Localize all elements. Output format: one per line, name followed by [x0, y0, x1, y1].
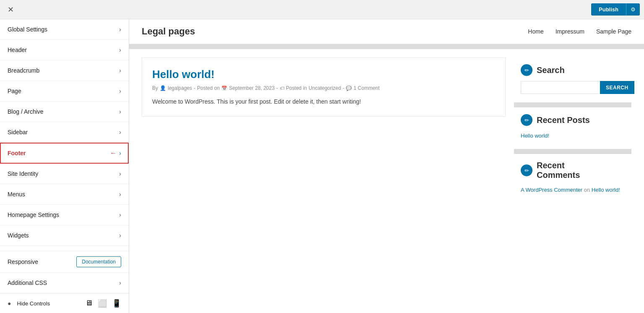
sidebar-item-global-settings[interactable]: Global Settings › [0, 19, 129, 40]
commenter-link[interactable]: A WordPress Commenter [521, 187, 582, 193]
pencil-icon-2: ✏ [525, 117, 529, 123]
chevron-icon: › [119, 170, 121, 177]
desktop-icon[interactable]: 🖥 [85, 299, 93, 308]
meta-comments: 1 Comment [353, 85, 379, 91]
device-icons: 🖥 ⬜ 📱 [85, 299, 121, 308]
sidebar-item-widgets[interactable]: Widgets › [0, 225, 129, 246]
search-widget-title: Search [537, 65, 565, 75]
chevron-icon: › [119, 47, 121, 53]
sidebar-item-menus[interactable]: Menus › [0, 184, 129, 205]
meta-dash3: - [343, 85, 344, 91]
sidebar-item-homepage-settings[interactable]: Homepage Settings › [0, 205, 129, 225]
recent-comments-header: ✏ RecentComments [521, 161, 625, 180]
meta-author-icon: 👤 [160, 85, 166, 91]
meta-posted-in: Posted in [286, 85, 307, 91]
nav-item-home[interactable]: Home [528, 28, 543, 35]
wp-main: Hello world! By 👤 legalpages - Posted on… [142, 57, 506, 203]
meta-posted-on: Posted on [197, 85, 220, 91]
wp-sidebar: ✏ Search SEARCH [514, 57, 631, 203]
recent-post-link-1[interactable]: Hello world! [521, 131, 625, 141]
chevron-icon: › [119, 26, 121, 33]
wp-site-title: Legal pages [142, 26, 195, 37]
chevron-icon: › [119, 67, 121, 74]
sidebar-item-breadcrumb[interactable]: Breadcrumb › [0, 60, 129, 81]
recent-comments-title: RecentComments [537, 161, 580, 180]
hide-controls-label: Hide Controls [17, 300, 79, 307]
circle-icon: ● [8, 300, 11, 307]
wp-header: Legal pages Home Impressum Sample Page [129, 19, 644, 44]
comment-post-link[interactable]: Hello world! [592, 187, 620, 193]
chevron-icon: › [119, 232, 121, 239]
arrow-left-icon: ← [110, 149, 117, 157]
arrow-indicator: ← [110, 149, 117, 157]
chevron-icon: › [119, 150, 121, 156]
search-widget: ✏ Search SEARCH [514, 57, 631, 101]
sidebar-item-blog-archive[interactable]: Blog / Archive › [0, 102, 129, 122]
comment-on-text: on [584, 187, 590, 193]
search-widget-icon: ✏ [521, 64, 532, 76]
hide-controls-row[interactable]: ● Hide Controls 🖥 ⬜ 📱 [0, 293, 129, 313]
meta-date: September 28, 2023 [229, 85, 275, 91]
meta-tag-icon: 🏷 [280, 86, 284, 91]
close-button[interactable]: ✕ [4, 3, 17, 16]
sidebar-item-site-identity[interactable]: Site Identity › [0, 164, 129, 184]
preview-area: Legal pages Home Impressum Sample Page H… [129, 19, 644, 313]
meta-by: By [152, 85, 158, 91]
chevron-icon: › [119, 88, 121, 94]
responsive-row: Responsive Documentation [0, 251, 129, 272]
chevron-icon: › [119, 129, 121, 136]
meta-dash2: - [276, 85, 278, 91]
recent-comments-icon: ✏ [521, 164, 532, 176]
close-icon: ✕ [8, 5, 14, 14]
meta-calendar-icon: 📅 [221, 86, 227, 91]
documentation-button[interactable]: Documentation [76, 256, 121, 267]
main-layout: Global Settings › Header › Breadcrumb › … [0, 19, 644, 313]
tablet-icon[interactable]: ⬜ [98, 299, 107, 308]
recent-posts-icon: ✏ [521, 114, 532, 126]
widget-separator-1 [514, 102, 631, 107]
sidebar-item-footer[interactable]: Footer ← › [0, 143, 129, 164]
chevron-icon: › [119, 108, 121, 115]
search-button[interactable]: SEARCH [600, 81, 634, 94]
sidebar-item-additional-css[interactable]: Additional CSS › [0, 272, 129, 293]
wp-nav: Home Impressum Sample Page [528, 28, 631, 35]
nav-item-sample-page[interactable]: Sample Page [596, 28, 631, 35]
pencil-icon-3: ✏ [525, 167, 529, 174]
search-form: SEARCH [521, 81, 625, 94]
wp-post: Hello world! By 👤 legalpages - Posted on… [142, 57, 506, 117]
recent-comment-entry: A WordPress Commenter on Hello world! [521, 185, 625, 195]
chevron-icon: › [119, 211, 121, 218]
chevron-icon: › [119, 191, 121, 198]
recent-posts-widget: ✏ Recent Posts Hello world! [514, 107, 631, 147]
widget-separator-2 [514, 149, 631, 154]
wp-post-title[interactable]: Hello world! [152, 68, 495, 81]
meta-comment-icon: 💬 [346, 86, 352, 91]
meta-dash1: - [194, 85, 195, 91]
sidebar-item-sidebar[interactable]: Sidebar › [0, 122, 129, 143]
sidebar-item-header[interactable]: Header › [0, 40, 129, 60]
gray-band [129, 44, 644, 49]
meta-category: Uncategorized [309, 85, 341, 91]
search-widget-header: ✏ Search [521, 64, 625, 76]
publish-button[interactable]: Publish [591, 3, 626, 16]
recent-comments-widget: ✏ RecentComments A WordPress Commenter o… [514, 154, 631, 201]
publish-group: Publish ⚙ [591, 3, 640, 16]
meta-author: legalpages [168, 85, 192, 91]
mobile-icon[interactable]: 📱 [112, 299, 121, 308]
wp-post-content: Welcome to WordPress. This is your first… [152, 97, 495, 106]
nav-item-impressum[interactable]: Impressum [556, 28, 584, 35]
customizer-sidebar: Global Settings › Header › Breadcrumb › … [0, 19, 129, 313]
chevron-icon: › [119, 279, 121, 286]
responsive-label: Responsive [8, 258, 72, 265]
recent-posts-title: Recent Posts [537, 115, 590, 125]
wp-site: Legal pages Home Impressum Sample Page H… [129, 19, 644, 313]
sidebar-item-page[interactable]: Page › [0, 81, 129, 102]
wp-post-meta: By 👤 legalpages - Posted on 📅 September … [152, 85, 495, 91]
publish-gear-button[interactable]: ⚙ [626, 3, 640, 16]
pencil-icon: ✏ [525, 67, 529, 73]
search-input[interactable] [521, 81, 600, 94]
wp-content: Hello world! By 👤 legalpages - Posted on… [129, 49, 644, 212]
top-bar: ✕ Publish ⚙ [0, 0, 644, 19]
recent-posts-header: ✏ Recent Posts [521, 114, 625, 126]
